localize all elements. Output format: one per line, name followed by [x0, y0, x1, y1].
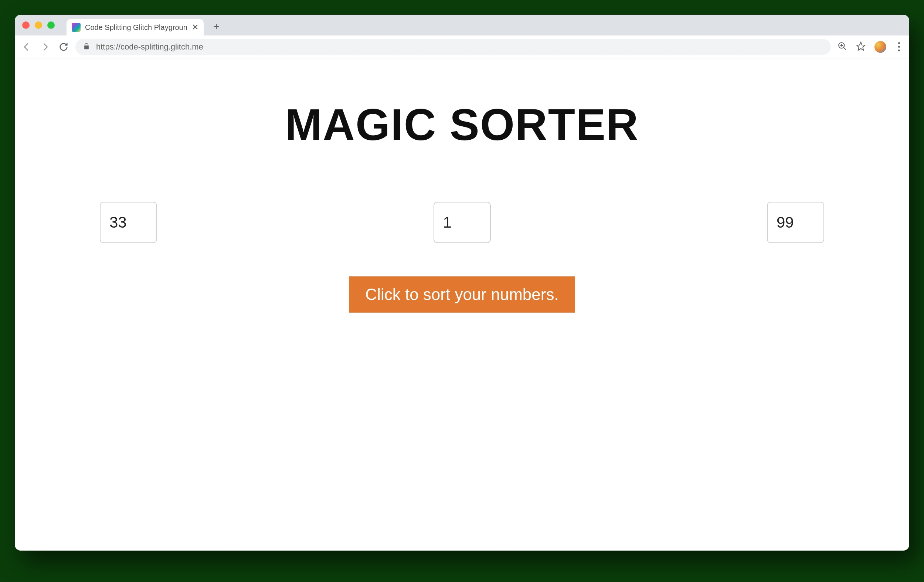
profile-avatar[interactable] [874, 41, 886, 53]
tab-close-icon[interactable]: ✕ [192, 23, 198, 32]
svg-marker-4 [857, 42, 865, 50]
menu-icon[interactable] [895, 42, 903, 51]
zoom-icon[interactable] [838, 41, 847, 53]
sort-button[interactable]: Click to sort your numbers. [349, 276, 575, 313]
page-heading: MAGIC SORTER [285, 99, 639, 150]
browser-window: Code Splitting Glitch Playgroun ✕ + http… [15, 15, 909, 551]
window-minimize-button[interactable] [35, 21, 42, 29]
lock-icon [83, 43, 90, 51]
number-input-3[interactable] [767, 202, 824, 243]
address-bar[interactable]: https://code-splitting.glitch.me [75, 39, 831, 55]
tab-favicon-icon [72, 23, 81, 32]
number-input-1[interactable] [100, 202, 157, 243]
browser-tab[interactable]: Code Splitting Glitch Playgroun ✕ [66, 19, 204, 35]
forward-icon[interactable] [40, 42, 50, 52]
reload-icon[interactable] [58, 42, 69, 52]
new-tab-button[interactable]: + [213, 20, 220, 33]
svg-line-1 [843, 47, 846, 50]
nav-controls [21, 42, 69, 52]
bookmark-star-icon[interactable] [856, 41, 866, 53]
browser-toolbar: https://code-splitting.glitch.me [15, 35, 909, 58]
number-input-2[interactable] [434, 202, 491, 243]
back-icon[interactable] [21, 42, 32, 52]
number-inputs-row [15, 202, 909, 243]
window-maximize-button[interactable] [47, 21, 55, 29]
window-controls [22, 21, 55, 29]
tab-title: Code Splitting Glitch Playgroun [85, 23, 187, 32]
toolbar-right [838, 41, 903, 53]
window-close-button[interactable] [22, 21, 30, 29]
page-content: MAGIC SORTER Click to sort your numbers. [15, 58, 909, 551]
tab-strip: Code Splitting Glitch Playgroun ✕ + [15, 15, 909, 35]
url-text: https://code-splitting.glitch.me [96, 42, 203, 52]
